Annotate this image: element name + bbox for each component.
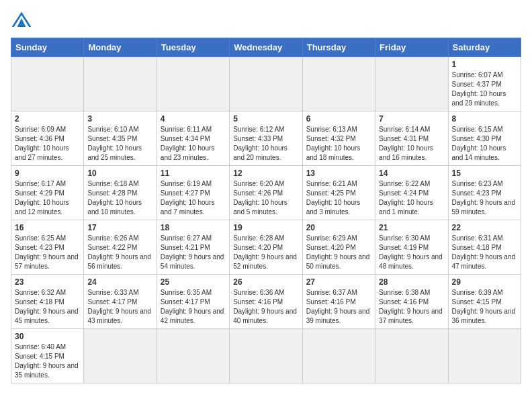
day-info: Sunrise: 6:19 AM Sunset: 4:27 PM Dayligh… — [161, 179, 226, 217]
day-info: Sunrise: 6:21 AM Sunset: 4:25 PM Dayligh… — [306, 179, 371, 217]
page-header — [11, 11, 521, 30]
day-info: Sunrise: 6:30 AM Sunset: 4:19 PM Dayligh… — [379, 234, 444, 271]
calendar-cell — [84, 329, 157, 383]
day-info: Sunrise: 6:27 AM Sunset: 4:21 PM Dayligh… — [161, 234, 226, 271]
day-header: Friday — [375, 38, 448, 57]
calendar-cell: 29Sunrise: 6:39 AM Sunset: 4:15 PM Dayli… — [448, 275, 521, 329]
day-number: 2 — [15, 114, 80, 124]
calendar-cell: 18Sunrise: 6:27 AM Sunset: 4:21 PM Dayli… — [157, 220, 229, 275]
day-header: Thursday — [302, 38, 375, 57]
day-number: 13 — [306, 169, 371, 178]
day-number: 15 — [452, 169, 517, 178]
calendar-cell: 10Sunrise: 6:18 AM Sunset: 4:28 PM Dayli… — [84, 166, 157, 220]
day-info: Sunrise: 6:35 AM Sunset: 4:17 PM Dayligh… — [161, 288, 226, 326]
calendar-week-row: 16Sunrise: 6:25 AM Sunset: 4:23 PM Dayli… — [11, 220, 521, 275]
calendar-cell: 9Sunrise: 6:17 AM Sunset: 4:29 PM Daylig… — [11, 166, 84, 220]
day-info: Sunrise: 6:09 AM Sunset: 4:36 PM Dayligh… — [15, 125, 80, 163]
day-number: 30 — [15, 332, 80, 341]
day-header: Sunday — [11, 38, 84, 57]
day-number: 24 — [87, 277, 152, 287]
day-info: Sunrise: 6:23 AM Sunset: 4:23 PM Dayligh… — [452, 179, 517, 217]
day-info: Sunrise: 6:38 AM Sunset: 4:16 PM Dayligh… — [379, 288, 444, 326]
day-number: 19 — [233, 223, 298, 232]
day-number: 20 — [306, 223, 371, 232]
day-number: 9 — [15, 169, 80, 178]
day-info: Sunrise: 6:26 AM Sunset: 4:22 PM Dayligh… — [87, 234, 152, 271]
calendar-cell: 7Sunrise: 6:14 AM Sunset: 4:31 PM Daylig… — [375, 111, 448, 166]
day-number: 17 — [87, 223, 152, 232]
calendar-cell — [230, 329, 302, 383]
calendar-week-row: 1Sunrise: 6:07 AM Sunset: 4:37 PM Daylig… — [11, 57, 521, 111]
calendar-cell — [302, 57, 375, 111]
day-info: Sunrise: 6:11 AM Sunset: 4:34 PM Dayligh… — [161, 125, 226, 163]
day-info: Sunrise: 6:31 AM Sunset: 4:18 PM Dayligh… — [452, 234, 517, 271]
day-number: 14 — [379, 169, 444, 178]
calendar-week-row: 9Sunrise: 6:17 AM Sunset: 4:29 PM Daylig… — [11, 166, 521, 220]
calendar: SundayMondayTuesdayWednesdayThursdayFrid… — [11, 38, 521, 383]
calendar-cell: 19Sunrise: 6:28 AM Sunset: 4:20 PM Dayli… — [230, 220, 302, 275]
calendar-cell — [448, 329, 521, 383]
logo-icon — [11, 11, 32, 30]
calendar-cell: 11Sunrise: 6:19 AM Sunset: 4:27 PM Dayli… — [157, 166, 229, 220]
day-info: Sunrise: 6:40 AM Sunset: 4:15 PM Dayligh… — [15, 342, 80, 380]
calendar-cell: 4Sunrise: 6:11 AM Sunset: 4:34 PM Daylig… — [157, 111, 229, 166]
calendar-cell: 17Sunrise: 6:26 AM Sunset: 4:22 PM Dayli… — [84, 220, 157, 275]
calendar-cell: 15Sunrise: 6:23 AM Sunset: 4:23 PM Dayli… — [448, 166, 521, 220]
calendar-week-row: 30Sunrise: 6:40 AM Sunset: 4:15 PM Dayli… — [11, 329, 521, 383]
day-number: 21 — [379, 223, 444, 232]
calendar-cell: 25Sunrise: 6:35 AM Sunset: 4:17 PM Dayli… — [157, 275, 229, 329]
calendar-cell: 14Sunrise: 6:22 AM Sunset: 4:24 PM Dayli… — [375, 166, 448, 220]
day-info: Sunrise: 6:39 AM Sunset: 4:15 PM Dayligh… — [452, 288, 517, 326]
calendar-cell: 28Sunrise: 6:38 AM Sunset: 4:16 PM Dayli… — [375, 275, 448, 329]
calendar-cell: 30Sunrise: 6:40 AM Sunset: 4:15 PM Dayli… — [11, 329, 84, 383]
day-number: 27 — [306, 277, 371, 287]
calendar-cell: 1Sunrise: 6:07 AM Sunset: 4:37 PM Daylig… — [448, 57, 521, 111]
day-header: Saturday — [448, 38, 521, 57]
day-info: Sunrise: 6:28 AM Sunset: 4:20 PM Dayligh… — [233, 234, 298, 271]
calendar-cell: 21Sunrise: 6:30 AM Sunset: 4:19 PM Dayli… — [375, 220, 448, 275]
calendar-cell: 2Sunrise: 6:09 AM Sunset: 4:36 PM Daylig… — [11, 111, 84, 166]
calendar-header-row: SundayMondayTuesdayWednesdayThursdayFrid… — [11, 38, 521, 57]
day-info: Sunrise: 6:14 AM Sunset: 4:31 PM Dayligh… — [379, 125, 444, 163]
day-number: 1 — [452, 60, 517, 69]
calendar-cell — [11, 57, 84, 111]
day-info: Sunrise: 6:12 AM Sunset: 4:33 PM Dayligh… — [233, 125, 298, 163]
day-info: Sunrise: 6:07 AM Sunset: 4:37 PM Dayligh… — [452, 71, 517, 108]
day-info: Sunrise: 6:33 AM Sunset: 4:17 PM Dayligh… — [87, 288, 152, 326]
day-header: Wednesday — [230, 38, 302, 57]
day-number: 10 — [87, 169, 152, 178]
calendar-cell: 24Sunrise: 6:33 AM Sunset: 4:17 PM Dayli… — [84, 275, 157, 329]
day-number: 16 — [15, 223, 80, 232]
calendar-cell: 6Sunrise: 6:13 AM Sunset: 4:32 PM Daylig… — [302, 111, 375, 166]
calendar-cell — [375, 57, 448, 111]
calendar-cell: 3Sunrise: 6:10 AM Sunset: 4:35 PM Daylig… — [84, 111, 157, 166]
day-number: 6 — [306, 114, 371, 124]
calendar-week-row: 2Sunrise: 6:09 AM Sunset: 4:36 PM Daylig… — [11, 111, 521, 166]
day-info: Sunrise: 6:18 AM Sunset: 4:28 PM Dayligh… — [87, 179, 152, 217]
day-info: Sunrise: 6:15 AM Sunset: 4:30 PM Dayligh… — [452, 125, 517, 163]
calendar-cell: 13Sunrise: 6:21 AM Sunset: 4:25 PM Dayli… — [302, 166, 375, 220]
day-info: Sunrise: 6:37 AM Sunset: 4:16 PM Dayligh… — [306, 288, 371, 326]
day-number: 28 — [379, 277, 444, 287]
day-number: 7 — [379, 114, 444, 124]
day-number: 3 — [87, 114, 152, 124]
day-info: Sunrise: 6:29 AM Sunset: 4:20 PM Dayligh… — [306, 234, 371, 271]
day-number: 4 — [161, 114, 226, 124]
calendar-cell: 16Sunrise: 6:25 AM Sunset: 4:23 PM Dayli… — [11, 220, 84, 275]
calendar-cell — [230, 57, 302, 111]
day-number: 12 — [233, 169, 298, 178]
day-info: Sunrise: 6:17 AM Sunset: 4:29 PM Dayligh… — [15, 179, 80, 217]
day-number: 22 — [452, 223, 517, 232]
calendar-cell: 26Sunrise: 6:36 AM Sunset: 4:16 PM Dayli… — [230, 275, 302, 329]
logo — [11, 11, 35, 30]
calendar-cell: 12Sunrise: 6:20 AM Sunset: 4:26 PM Dayli… — [230, 166, 302, 220]
day-header: Tuesday — [157, 38, 229, 57]
day-header: Monday — [84, 38, 157, 57]
calendar-cell — [84, 57, 157, 111]
calendar-cell: 5Sunrise: 6:12 AM Sunset: 4:33 PM Daylig… — [230, 111, 302, 166]
calendar-cell: 8Sunrise: 6:15 AM Sunset: 4:30 PM Daylig… — [448, 111, 521, 166]
day-number: 23 — [15, 277, 80, 287]
day-info: Sunrise: 6:10 AM Sunset: 4:35 PM Dayligh… — [87, 125, 152, 163]
day-info: Sunrise: 6:13 AM Sunset: 4:32 PM Dayligh… — [306, 125, 371, 163]
calendar-cell — [157, 329, 229, 383]
